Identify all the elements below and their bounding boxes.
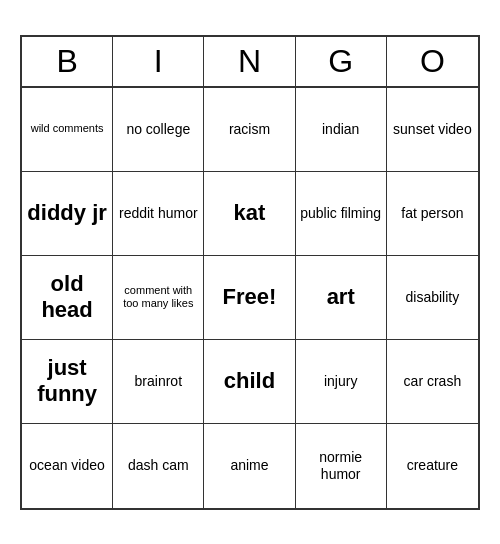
bingo-cell: public filming (296, 172, 387, 256)
bingo-cell: old head (22, 256, 113, 340)
header-letter: O (387, 37, 478, 86)
bingo-cell: racism (204, 88, 295, 172)
bingo-cell: creature (387, 424, 478, 508)
bingo-cell: fat person (387, 172, 478, 256)
header-letter: G (296, 37, 387, 86)
bingo-cell: brainrot (113, 340, 204, 424)
bingo-cell: injury (296, 340, 387, 424)
bingo-cell: indian (296, 88, 387, 172)
bingo-header: BINGO (22, 37, 478, 88)
bingo-cell: sunset video (387, 88, 478, 172)
bingo-cell: child (204, 340, 295, 424)
bingo-cell: wild comments (22, 88, 113, 172)
bingo-cell: Free! (204, 256, 295, 340)
bingo-card: BINGO wild commentsno collegeracismindia… (20, 35, 480, 510)
bingo-cell: anime (204, 424, 295, 508)
bingo-cell: ocean video (22, 424, 113, 508)
bingo-cell: kat (204, 172, 295, 256)
header-letter: B (22, 37, 113, 86)
bingo-cell: no college (113, 88, 204, 172)
bingo-cell: normie humor (296, 424, 387, 508)
bingo-cell: just funny (22, 340, 113, 424)
bingo-cell: disability (387, 256, 478, 340)
bingo-cell: comment with too many likes (113, 256, 204, 340)
bingo-cell: dash cam (113, 424, 204, 508)
header-letter: N (204, 37, 295, 86)
bingo-grid: wild commentsno collegeracismindiansunse… (22, 88, 478, 508)
bingo-cell: reddit humor (113, 172, 204, 256)
bingo-cell: art (296, 256, 387, 340)
header-letter: I (113, 37, 204, 86)
bingo-cell: diddy jr (22, 172, 113, 256)
bingo-cell: car crash (387, 340, 478, 424)
